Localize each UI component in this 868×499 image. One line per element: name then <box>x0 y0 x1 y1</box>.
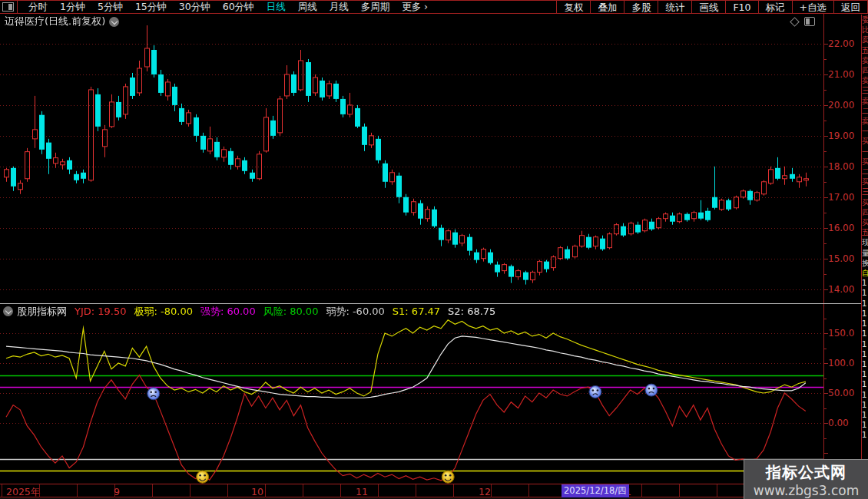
price-label-16.00: 16.00 <box>828 223 854 233</box>
chart-title: 迈得医疗(日线.前复权) <box>5 15 105 28</box>
period-tab-9[interactable]: 多周期 <box>355 1 396 14</box>
quote-strip-char: 五 <box>862 227 868 237</box>
toolbar-button-7[interactable]: +自选 <box>792 1 833 14</box>
date-axis-tick <box>2 484 2 497</box>
quote-strip-char: 1 <box>862 379 868 389</box>
indicator-param-6: S2: 68.75 <box>448 306 495 317</box>
pane-separator[interactable] <box>0 303 862 304</box>
indicator-name: 股朋指标网 <box>17 305 67 319</box>
month-label-10: 10 <box>251 486 263 497</box>
indicator-canvas[interactable] <box>0 319 828 484</box>
quote-strip-char: 1 <box>862 319 868 329</box>
quote-strip-char: 1 <box>862 278 868 288</box>
date-axis-tick <box>416 484 416 497</box>
quote-strip-char: 1 <box>862 400 868 410</box>
trading-app-window: 分时1分钟5分钟15分钟30分钟60分钟日线周线月线多周期更多 › 复权叠加多股… <box>0 0 868 499</box>
top-toolbar: 分时1分钟5分钟15分钟30分钟60分钟日线周线月线多周期更多 › 复权叠加多股… <box>0 0 868 14</box>
toolbar-button-5[interactable]: F10 <box>725 1 757 14</box>
quote-strip-char: 买 <box>862 217 868 227</box>
toolbar-button-4[interactable]: 画线 <box>691 1 725 14</box>
quote-strip-char: 1 <box>862 359 868 369</box>
period-tab-0[interactable]: 分时 <box>22 1 54 14</box>
quote-strip-char: 一 <box>862 126 868 136</box>
chevron-down-icon[interactable] <box>109 17 119 27</box>
quote-strip-char: 四 <box>862 65 868 75</box>
date-axis: 2025年 2025/12/18/四 91011121 <box>0 484 862 497</box>
date-axis-tick <box>491 484 492 497</box>
price-label-19.00: 19.00 <box>828 131 854 141</box>
quote-strip-char: 三 <box>862 85 868 95</box>
quote-strip-char: 1 <box>862 339 868 349</box>
indicator-param-5: S1: 67.47 <box>393 306 440 317</box>
period-tab-2[interactable]: 5分钟 <box>91 1 129 14</box>
indicator-param-4: 弱势: -60.00 <box>326 305 384 319</box>
year-label: 2025年 <box>6 486 40 499</box>
quote-strip-char: 二 <box>862 167 868 177</box>
quote-strip-char: 量 <box>862 248 868 258</box>
date-axis-tick <box>303 484 303 497</box>
quote-strip-char: 卖 <box>862 116 868 126</box>
quote-strip-char: 四 <box>862 207 868 217</box>
price-label-17.00: 17.00 <box>828 192 854 203</box>
period-tab-4[interactable]: 30分钟 <box>173 1 217 14</box>
quote-strip-char: 1 <box>862 309 868 319</box>
quote-strip-char: 1 <box>862 329 868 339</box>
indicator-param-2: 强势: 60.00 <box>200 305 256 319</box>
period-tab-1[interactable]: 1分钟 <box>54 1 91 14</box>
quote-strip-char: 比 <box>862 25 868 35</box>
quote-strip-char: 买 <box>862 177 868 187</box>
quote-panel-clipped-strip[interactable]: 委比卖五卖四卖三卖二卖一买一买二买三买四买五现量换自11111111111111… <box>861 15 868 499</box>
date-axis-tick <box>453 484 454 497</box>
quote-strip-char: 卖 <box>862 35 868 45</box>
period-tab-10[interactable]: 更多 › <box>396 1 434 14</box>
price-label-18.00: 18.00 <box>828 161 854 172</box>
period-tab-8[interactable]: 月线 <box>323 1 355 14</box>
date-axis-tick <box>39 484 40 497</box>
toolbar-divider <box>17 0 18 14</box>
toolbar-button-6[interactable]: 标记 <box>758 1 792 14</box>
period-tab-3[interactable]: 15分钟 <box>129 1 173 14</box>
selected-date-badge: 2025/12/18/四 <box>562 484 629 497</box>
period-tab-6[interactable]: 日线 <box>260 1 292 14</box>
period-tab-5[interactable]: 60分钟 <box>217 1 260 14</box>
chevron-down-icon[interactable] <box>3 306 13 316</box>
window-layout-icon[interactable] <box>2 2 14 12</box>
date-axis-tick <box>227 484 228 497</box>
quote-strip-char: 买 <box>862 197 868 207</box>
price-label-21.00: 21.00 <box>828 69 854 80</box>
indicator-label-0.00: 0.00 <box>828 418 849 428</box>
date-axis-tick <box>679 484 680 497</box>
quote-strip-char: 1 <box>862 390 868 400</box>
split-window-icon[interactable] <box>804 17 815 26</box>
month-label-9: 9 <box>114 486 120 497</box>
quote-strip-char: 买 <box>862 157 868 167</box>
quote-strip-char: 卖 <box>862 55 868 65</box>
month-label-11: 11 <box>356 486 368 497</box>
toolbar-button-1[interactable]: 叠加 <box>590 1 624 14</box>
quote-strip-char: 五 <box>862 45 868 55</box>
period-tab-7[interactable]: 周线 <box>292 1 323 14</box>
date-axis-tick <box>717 484 717 497</box>
month-label-12: 12 <box>479 486 491 497</box>
toolbar-button-0[interactable]: 复权 <box>556 1 590 14</box>
quote-strip-char: 委 <box>862 15 868 25</box>
indicator-param-1: 极弱: -80.00 <box>134 305 193 319</box>
price-label-20.00: 20.00 <box>828 100 854 111</box>
toolbar-button-8[interactable]: 返回 <box>833 1 867 14</box>
chart-corner-icons <box>791 17 815 26</box>
main-chart-canvas[interactable] <box>0 21 828 303</box>
quote-strip-char: 三 <box>862 187 868 197</box>
quote-strip-char: 1 <box>862 430 868 440</box>
quote-strip-char: 自 <box>862 268 868 278</box>
quote-strip-char: 二 <box>862 106 868 116</box>
indicator-label-150.0: 150.0 <box>828 328 854 339</box>
toolbar-button-3[interactable]: 统计 <box>658 1 691 14</box>
indicator-param-3: 风险: 80.00 <box>263 305 319 319</box>
toolbar-button-2[interactable]: 多股 <box>624 1 658 14</box>
indicator-label-100.0: 100.0 <box>828 358 854 368</box>
diamond-icon[interactable] <box>790 17 800 27</box>
indicator-label-50.00: 50.00 <box>828 388 854 398</box>
price-label-14.00: 14.00 <box>828 284 854 295</box>
quote-strip-char: 1 <box>862 420 868 430</box>
watermark-url: www.zbgs3.com <box>744 483 868 498</box>
